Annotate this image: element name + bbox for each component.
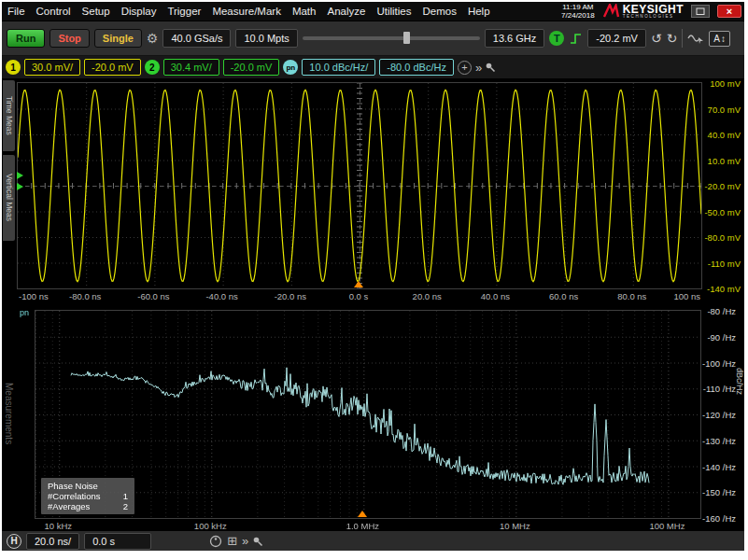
pin-icon[interactable] xyxy=(485,62,496,73)
scope-x-axis-label: 100 ns xyxy=(673,291,700,301)
bandwidth-box[interactable]: 13.6 GHz xyxy=(485,29,544,48)
phase-noise-scale-box[interactable]: 10.0 dBc/Hz/ xyxy=(302,59,375,76)
pn-y-axis-label: -110 /Hz xyxy=(703,384,736,394)
phase-noise-canvas[interactable] xyxy=(35,310,701,519)
clock-date: 7/24/2018 xyxy=(561,11,595,20)
channel-2-scale-box[interactable]: 30.4 mV/ xyxy=(163,59,219,76)
channel-ground-marker[interactable] xyxy=(17,172,23,179)
scope-y-axis-label: 70.0 mV xyxy=(708,105,741,115)
scope-y-axis-label: -50.0 mV xyxy=(704,207,741,217)
display-area: Time Meas Vertical Meas Measurements 100… xyxy=(2,78,744,530)
menu-item-trigger[interactable]: Trigger xyxy=(162,6,206,17)
close-button[interactable]: × xyxy=(717,5,741,18)
channel-2-offset-box[interactable]: -20.0 mV xyxy=(223,59,280,76)
scope-x-axis-label: 40.0 ns xyxy=(481,291,510,301)
scope-x-axis-label: -40.0 ns xyxy=(205,291,237,301)
legend-title: Phase Noise xyxy=(48,481,128,491)
trigger-source-button[interactable]: T xyxy=(549,31,564,46)
scope-y-axis: 100 mV70.0 mV40.0 mV10.0 mV-20.0 mV-50.0… xyxy=(702,82,742,289)
pn-y-axis-label: -150 /Hz xyxy=(702,487,736,497)
trigger-edge-icon[interactable] xyxy=(569,32,583,46)
horizontal-button[interactable]: H xyxy=(7,534,21,549)
scope-display-canvas[interactable] xyxy=(17,82,702,289)
delay-box[interactable]: 0.0 s xyxy=(84,533,151,550)
gear-icon[interactable]: ⚙ xyxy=(147,31,159,46)
clock-time: 11:19 AM xyxy=(561,3,595,11)
menu-item-control[interactable]: Control xyxy=(31,6,77,17)
channel-1-offset-box[interactable]: -20.0 mV xyxy=(84,59,141,76)
scope-y-axis-label: 10.0 mV xyxy=(708,156,741,166)
channel-2-button[interactable]: 2 xyxy=(145,60,160,75)
scope-x-axis-label: -80.0 ns xyxy=(69,291,101,301)
scope-y-axis-label: -110 mV xyxy=(708,259,741,269)
scope-x-axis-label: -100 ns xyxy=(19,291,49,301)
menu-item-demos[interactable]: Demos xyxy=(416,6,461,17)
waveform-touch-icon[interactable] xyxy=(687,32,704,45)
menu-item-help[interactable]: Help xyxy=(462,6,496,17)
single-button[interactable]: Single xyxy=(94,29,142,48)
sample-rate-box[interactable]: 40.0 GSa/s xyxy=(162,29,231,48)
trigger-level-marker[interactable] xyxy=(17,183,23,190)
measurements-panel-label[interactable]: Measurements xyxy=(3,312,15,515)
trigger-time-marker[interactable] xyxy=(354,281,363,287)
phase-noise-legend: Phase Noise #Correlations 1 #Averages 2 xyxy=(41,478,134,514)
menubar: FileControlSetupDisplayTriggerMeasure/Ma… xyxy=(2,2,744,21)
menu-item-measure-mark[interactable]: Measure/Mark xyxy=(206,6,287,17)
scope-y-axis-label: 100 mV xyxy=(710,78,741,89)
knob-icon[interactable] xyxy=(209,535,222,548)
memory-depth-box[interactable]: 10.0 Mpts xyxy=(235,29,297,48)
scope-x-axis-label: -20.0 ns xyxy=(275,291,306,301)
scope-y-axis-label: -20.0 mV xyxy=(704,181,741,191)
keysight-logo: KEYSIGHT TECHNOLOGIES xyxy=(602,4,684,20)
menu-item-setup[interactable]: Setup xyxy=(77,6,116,17)
grid-icon[interactable]: ⊞ xyxy=(227,534,237,548)
scope-y-axis-label: -80.0 mV xyxy=(704,232,741,243)
pn-y-axis-label: -100 /Hz xyxy=(702,358,736,369)
pn-y-axis-label: -90 /Hz xyxy=(707,332,736,343)
phase-noise-badge: pn xyxy=(20,308,29,317)
pn-y-axis-label: -140 /Hz xyxy=(702,462,736,472)
pin-icon[interactable] xyxy=(252,536,263,547)
phase-noise-channel-button[interactable]: pn xyxy=(283,60,298,75)
tab-time-meas[interactable]: Time Meas xyxy=(3,80,15,151)
menu-item-utilities[interactable]: Utilities xyxy=(371,6,416,17)
trigger-level-box[interactable]: -20.2 mV xyxy=(587,29,646,48)
scope-x-axis-label: -60.0 ns xyxy=(137,291,169,301)
autoscale-button[interactable]: A↕ xyxy=(709,31,730,47)
chevron-expand-icon[interactable]: » xyxy=(475,61,481,75)
tab-vertical-meas[interactable]: Vertical Meas xyxy=(3,155,15,241)
menu-item-display[interactable]: Display xyxy=(116,6,162,17)
timebase-box[interactable]: 20.0 ns/ xyxy=(26,533,79,550)
pn-y-axis-label: -130 /Hz xyxy=(702,436,736,446)
menu-item-math[interactable]: Math xyxy=(287,6,322,17)
add-channel-button[interactable]: + xyxy=(458,61,472,75)
acquisition-slider[interactable] xyxy=(303,36,480,40)
chevron-expand-icon[interactable]: » xyxy=(242,534,247,548)
legend-averages-value: 2 xyxy=(123,501,128,511)
phase-noise-y-axis: -80 /Hz-90 /Hz-100 /Hz-110 /Hz-120 /Hz-1… xyxy=(700,310,736,519)
menu-item-file[interactable]: File xyxy=(2,6,31,17)
channel-1-scale-box[interactable]: 30.0 mV/ xyxy=(24,59,80,76)
slider-thumb[interactable] xyxy=(403,32,410,44)
scope-x-axis-label: 60.0 ns xyxy=(549,291,578,301)
keysight-spark-icon xyxy=(602,4,620,19)
minimize-icon xyxy=(696,7,705,16)
phase-noise-offset-box[interactable]: -80.0 dBc/Hz xyxy=(379,59,454,76)
brand-name: KEYSIGHT xyxy=(623,4,684,15)
run-button[interactable]: Run xyxy=(7,29,45,48)
redo-icon[interactable]: ↻ xyxy=(667,31,678,46)
menu-item-analyze[interactable]: Analyze xyxy=(321,6,371,17)
phase-noise-marker[interactable] xyxy=(358,511,367,517)
scope-y-axis-label: 40.0 mV xyxy=(708,130,741,140)
pn-y-axis-label: -80 /Hz xyxy=(707,306,736,316)
channel-bar: 1 30.0 mV/ -20.0 mV 2 30.4 mV/ -20.0 mV … xyxy=(2,56,744,78)
stop-button[interactable]: Stop xyxy=(49,29,89,48)
channel-1-button[interactable]: 1 xyxy=(6,60,21,75)
pn-y-axis-label: -160 /Hz xyxy=(702,513,736,524)
minimize-button[interactable] xyxy=(691,5,710,18)
updown-arrows-icon: ↕ xyxy=(721,34,726,44)
legend-correlations-label: #Correlations xyxy=(48,491,101,501)
undo-icon[interactable]: ↺ xyxy=(651,31,662,46)
scope-x-axis: -100 ns-80.0 ns-60.0 ns-40.0 ns-20.0 ns0… xyxy=(17,291,702,303)
horizontal-bar: H 20.0 ns/ 0.0 s ⊞ » xyxy=(2,530,744,551)
